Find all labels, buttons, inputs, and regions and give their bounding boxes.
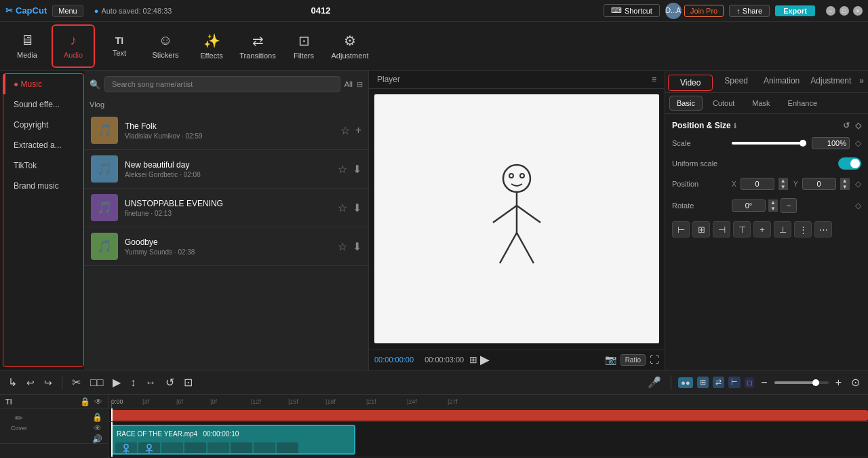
tl-zoom-out[interactable]: −: [758, 374, 770, 392]
sidebar-item-extracted[interactable]: Extracted a...: [3, 135, 83, 155]
align-right[interactable]: ⊣: [713, 221, 730, 237]
audio-clip[interactable]: [111, 410, 868, 421]
play-button[interactable]: ▶: [480, 352, 490, 367]
align-center-h[interactable]: ⊞: [692, 221, 710, 237]
tab-animation[interactable]: Animation: [758, 73, 805, 92]
uniform-scale-toggle[interactable]: [838, 157, 861, 170]
tool-effects[interactable]: ✨ Effects: [190, 24, 233, 68]
text-eye-btn[interactable]: 👁: [94, 397, 102, 406]
zoom-slider[interactable]: [774, 381, 829, 384]
rotate-flip-h[interactable]: −: [781, 198, 797, 213]
x-stepper[interactable]: ▲ ▼: [778, 178, 788, 190]
export-button[interactable]: Export: [775, 5, 815, 16]
sidebar-item-copyright[interactable]: Copyright: [3, 115, 83, 135]
main-audio-btn[interactable]: 🔊: [92, 434, 102, 444]
tool-audio[interactable]: ♪ Audio: [52, 24, 95, 68]
music-item-4[interactable]: 🎵 Goodbye Yummy Sounds · 02:38 ☆ ⬇: [84, 227, 368, 266]
x-increment[interactable]: ▲: [778, 178, 788, 184]
favorite-button-1[interactable]: ☆: [340, 124, 350, 137]
tool-text[interactable]: TI Text: [98, 24, 141, 68]
tl-track-3[interactable]: ⇄: [713, 377, 724, 388]
menu-button[interactable]: Menu: [52, 5, 83, 17]
tl-play[interactable]: ▶: [110, 373, 123, 392]
align-left[interactable]: ⊢: [672, 221, 690, 237]
scale-diamond[interactable]: ◇: [855, 138, 861, 148]
tl-split[interactable]: ✂: [69, 373, 83, 392]
align-distribute-v[interactable]: ⋯: [814, 221, 832, 237]
tl-zoom-in[interactable]: +: [833, 374, 844, 392]
tl-track-2[interactable]: ⊞: [697, 377, 709, 388]
tab-adjustment[interactable]: Adjustment: [805, 73, 856, 92]
subtab-enhance[interactable]: Enhance: [781, 96, 825, 111]
favorite-button-4[interactable]: ☆: [338, 240, 347, 253]
rotate-stepper[interactable]: ▲ ▼: [768, 199, 778, 212]
sidebar-item-brand-music[interactable]: Brand music: [3, 176, 83, 196]
tl-select-tool[interactable]: ↳: [5, 373, 20, 392]
tl-duplicate[interactable]: □□: [87, 374, 106, 392]
more-tabs-icon[interactable]: »: [856, 73, 867, 92]
tl-crop[interactable]: ⊡: [181, 373, 195, 392]
search-input[interactable]: [104, 76, 340, 92]
position-y-input[interactable]: [802, 178, 836, 190]
tl-track-4[interactable]: ⊢: [728, 377, 741, 388]
tl-redo[interactable]: ↪: [41, 375, 55, 391]
tab-video[interactable]: Video: [668, 75, 713, 91]
minimize-button[interactable]: −: [826, 6, 835, 16]
tl-flip-h[interactable]: ↔: [142, 374, 159, 392]
y-stepper[interactable]: ▲ ▼: [840, 178, 850, 190]
align-top[interactable]: ⊤: [733, 221, 751, 237]
filter-all[interactable]: All: [344, 80, 353, 88]
tl-track-1[interactable]: ●●: [678, 377, 692, 388]
download-button-3[interactable]: ⬇: [353, 202, 361, 214]
y-decrement[interactable]: ▼: [840, 184, 850, 190]
tl-rotate[interactable]: ↺: [163, 373, 177, 392]
share-button[interactable]: ↑ Share: [729, 5, 770, 17]
music-item-2[interactable]: 🎵 New beautiful day Aleksei Gordbetic · …: [84, 150, 368, 189]
text-lock-btn[interactable]: 🔒: [80, 397, 90, 406]
music-item-1[interactable]: 🎵 The Folk Vladislav Kumikov · 02:59 ☆ +: [84, 111, 368, 150]
x-decrement[interactable]: ▼: [778, 184, 788, 190]
maximize-button[interactable]: □: [840, 6, 849, 16]
sidebar-item-music[interactable]: ● Music: [3, 74, 83, 94]
reset-icon[interactable]: ↺: [843, 121, 850, 130]
diamond-icon[interactable]: ◇: [855, 121, 861, 130]
tool-stickers[interactable]: ☺ Stickers: [144, 24, 187, 68]
align-bottom[interactable]: ⊥: [774, 221, 791, 237]
player-menu-icon[interactable]: ≡: [652, 75, 656, 84]
main-lock-btn[interactable]: 🔒: [92, 413, 102, 422]
video-clip[interactable]: RACE OF THE YEAR.mp4 00:00:00:10: [111, 425, 355, 455]
tab-speed[interactable]: Speed: [714, 73, 757, 92]
position-diamond[interactable]: ◇: [855, 179, 861, 189]
scale-input[interactable]: [812, 137, 850, 149]
download-button-4[interactable]: ⬇: [353, 240, 361, 253]
y-increment[interactable]: ▲: [840, 178, 850, 184]
sidebar-item-sound-effects[interactable]: Sound effe...: [3, 94, 83, 115]
rotate-increment[interactable]: ▲: [768, 199, 778, 206]
sidebar-item-tiktok[interactable]: TikTok: [3, 155, 83, 176]
subtab-cutout[interactable]: Cutout: [705, 96, 742, 111]
capture-button[interactable]: 📷: [605, 354, 616, 365]
rotate-input[interactable]: [732, 199, 766, 212]
close-button[interactable]: ×: [853, 6, 863, 16]
rotate-decrement[interactable]: ▼: [768, 206, 778, 212]
favorite-button-3[interactable]: ☆: [338, 202, 347, 214]
tl-track-5[interactable]: □: [745, 377, 755, 388]
tl-flip-v[interactable]: ↕: [127, 374, 138, 392]
align-distribute-h[interactable]: ⋮: [794, 221, 812, 237]
tool-filters[interactable]: ⊡ Filters: [282, 24, 326, 68]
tl-fit[interactable]: ⊙: [848, 373, 863, 392]
tool-transitions[interactable]: ⇄ Transitions: [236, 24, 279, 68]
tl-mic[interactable]: 🎤: [645, 373, 664, 392]
download-button-2[interactable]: ⬇: [353, 163, 361, 176]
main-eye-btn[interactable]: 👁: [92, 423, 102, 433]
tool-media[interactable]: 🖥 Media: [5, 24, 49, 68]
subtab-mask[interactable]: Mask: [745, 96, 777, 111]
subtab-basic[interactable]: Basic: [669, 96, 703, 111]
rotate-diamond[interactable]: ◇: [855, 201, 861, 210]
tool-adjustment[interactable]: ⚙ Adjustment: [328, 24, 372, 68]
grid-view-button[interactable]: ⊞: [469, 354, 477, 365]
fullscreen-button[interactable]: ⛶: [650, 354, 659, 365]
align-center-v[interactable]: +: [753, 221, 771, 237]
ratio-button[interactable]: Ratio: [620, 354, 646, 366]
add-button-1[interactable]: +: [355, 124, 361, 136]
